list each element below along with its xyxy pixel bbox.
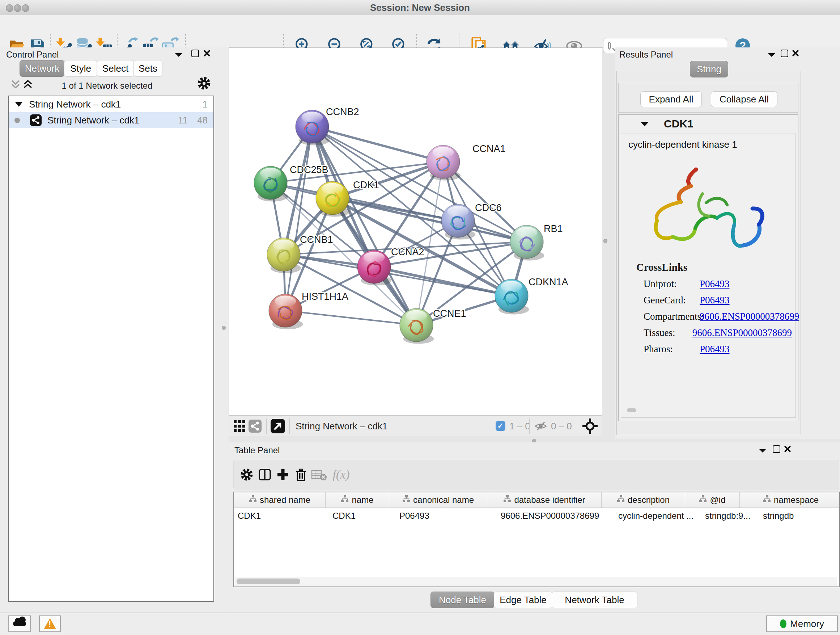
table-cell[interactable]: stringdb	[759, 508, 840, 524]
string-results-container: Expand All Collapse All CDK1 cyclin-depe…	[616, 71, 801, 435]
right-splitter-handle[interactable]	[603, 239, 607, 243]
network-node-CDK1[interactable]	[316, 181, 350, 217]
add-column-icon[interactable]	[274, 464, 292, 485]
network-node-CCNB2[interactable]	[295, 110, 330, 146]
column-header-name[interactable]: name	[325, 492, 389, 508]
column-header-namespace[interactable]: namespace	[740, 492, 840, 508]
tab-network[interactable]: Network	[19, 60, 65, 77]
node-table: shared namenamecanonical namedatabase id…	[233, 492, 840, 587]
crosslink-label: Pharos:	[644, 344, 699, 355]
node-label-CCNA2: CCNA2	[391, 247, 424, 257]
crosslinks-title: CrossLinks	[636, 261, 687, 273]
table-row[interactable]: CDK1CDK1P064939606.ENSP00000378699cyclin…	[234, 508, 839, 524]
selected-node-edge-counts: 1 – 0	[509, 421, 531, 432]
crosslink-link[interactable]: P06493	[699, 344, 729, 355]
network-share-badge-icon[interactable]	[248, 420, 262, 434]
network-edge[interactable]	[286, 310, 416, 325]
table-cell[interactable]: stringdb:9...	[701, 508, 759, 524]
network-node-CDKN1A[interactable]	[495, 279, 529, 315]
results-panel-collapse-icon[interactable]	[767, 52, 775, 59]
results-scrollbar-thumb[interactable]	[627, 409, 636, 412]
network-collection-row[interactable]: String Network – cdk1 1	[9, 96, 213, 112]
network-node-CCNB1[interactable]	[267, 238, 301, 273]
grid-view-icon[interactable]	[233, 420, 246, 434]
detach-view-icon[interactable]	[271, 419, 285, 435]
tab-node-table[interactable]: Node Table	[431, 592, 494, 608]
tab-edge-table[interactable]: Edge Table	[494, 592, 553, 608]
column-header-shared-name[interactable]: shared name	[234, 492, 325, 508]
cloud-status-button[interactable]	[8, 616, 31, 632]
tab-sets[interactable]: Sets	[134, 60, 163, 77]
warnings-button[interactable]	[39, 616, 61, 632]
crosslink-link[interactable]: 9606.ENSP00000378699	[699, 311, 799, 322]
table-cell[interactable]: CDK1	[234, 508, 329, 524]
results-panel-close-icon[interactable]	[792, 50, 799, 58]
node-result-entry: CDK1 cyclin-dependent kinase 1	[618, 114, 798, 421]
network-edge[interactable]	[284, 255, 416, 325]
table-panel-float-icon[interactable]	[773, 445, 780, 453]
tab-string[interactable]: String	[690, 61, 728, 78]
netbar-separator	[578, 418, 578, 434]
network-node-CCNA1[interactable]	[426, 145, 461, 181]
network-canvas[interactable]: CCNB2CCNA1CDC25BCDK1CDC6RB1CCNB1CCNA2CDK…	[229, 48, 602, 415]
crosslink-row: Compartments:9606.ENSP00000378699	[644, 309, 792, 325]
column-header-canonical-name[interactable]: canonical name	[389, 492, 487, 508]
network-node-RB1[interactable]	[510, 225, 544, 261]
network-view-toolbar: String Network – cdk1 ✓ 1 – 0 0 – 0	[229, 415, 602, 437]
column-type-icon	[617, 495, 625, 505]
crosslink-link[interactable]: P06493	[699, 279, 729, 290]
column-type-icon	[763, 495, 771, 505]
network-node-CDC6[interactable]	[441, 204, 475, 240]
show-columns-icon[interactable]	[256, 464, 273, 485]
fit-content-crosshair-icon[interactable]	[583, 418, 598, 435]
network-node-CDC25B[interactable]	[254, 166, 288, 202]
table-cell[interactable]: cyclin-dependent ...	[615, 508, 701, 524]
column-header-description[interactable]: description	[602, 492, 685, 508]
column-header-database-identifier[interactable]: database identifier	[487, 492, 602, 508]
tab-style[interactable]: Style	[64, 60, 97, 77]
table-panel-close-icon[interactable]	[784, 446, 791, 454]
crosslink-row: Uniprot:P06493	[644, 276, 792, 292]
entry-collapse-icon[interactable]	[640, 121, 649, 128]
column-header-label: canonical name	[413, 495, 474, 505]
network-node-CCNA2[interactable]	[357, 250, 392, 286]
table-cell[interactable]: CDK1	[329, 508, 396, 524]
network-edge[interactable]	[286, 127, 312, 310]
selected-checkbox-icon[interactable]: ✓	[496, 421, 505, 431]
table-cell[interactable]: P06493	[396, 508, 497, 524]
column-header-label: database identifier	[514, 495, 585, 505]
function-builder-icon: f(x)	[328, 464, 354, 485]
control-panel-collapse-icon[interactable]	[175, 52, 183, 59]
crosslink-link[interactable]: 9606.ENSP00000378699	[692, 327, 792, 339]
column-type-icon	[341, 495, 349, 505]
network-edge[interactable]	[416, 162, 443, 325]
column-header-label: name	[352, 495, 373, 505]
warning-icon	[44, 618, 56, 629]
tab-network-table[interactable]: Network Table	[552, 592, 638, 608]
memory-button[interactable]: Memory	[766, 616, 838, 632]
column-type-icon	[402, 495, 410, 505]
network-node-CCNE1[interactable]	[400, 309, 434, 344]
results-panel-float-icon[interactable]	[781, 50, 788, 57]
hidden-eye-icon[interactable]	[534, 421, 547, 432]
table-settings-gear-icon[interactable]	[238, 464, 256, 485]
table-cell[interactable]: 9606.ENSP00000378699	[497, 508, 615, 524]
table-scrollbar-thumb[interactable]	[237, 578, 300, 584]
table-horizontal-scrollbar[interactable]	[235, 577, 837, 586]
tree-expand-icon[interactable]	[15, 102, 22, 107]
tab-select[interactable]: Select	[96, 60, 134, 77]
network-options-gear-icon[interactable]	[196, 76, 212, 92]
collapse-all-button[interactable]: Collapse All	[711, 91, 777, 107]
left-splitter-handle[interactable]	[222, 326, 226, 330]
column-header-label: @id	[710, 495, 725, 505]
table-panel-collapse-icon[interactable]	[759, 448, 766, 455]
delete-column-trash-icon[interactable]	[292, 464, 309, 485]
network-row[interactable]: String Network – cdk1 11 48	[9, 112, 213, 128]
crosslink-link[interactable]: P06493	[699, 295, 729, 306]
network-node-HIST1H1A[interactable]	[269, 294, 303, 329]
collection-count: 1	[202, 99, 208, 110]
column-header-id[interactable]: @id	[685, 492, 740, 508]
control-panel-float-icon[interactable]	[191, 50, 199, 57]
control-panel-close-icon[interactable]	[204, 50, 210, 58]
expand-all-button[interactable]: Expand All	[640, 91, 702, 107]
